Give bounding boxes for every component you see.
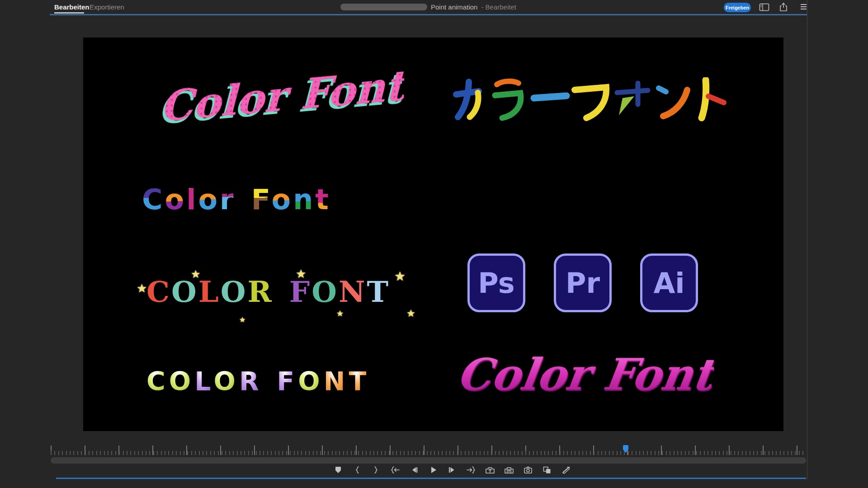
color-letter: O <box>169 366 194 396</box>
comparison-view-button[interactable] <box>541 465 553 475</box>
color-letter: o <box>272 183 293 216</box>
color-letter: L <box>194 366 213 396</box>
lift-button[interactable] <box>484 465 496 475</box>
tab-bearbeiten[interactable]: Bearbeiten <box>54 3 90 11</box>
color-letter: R <box>239 366 263 396</box>
photoshop-icon: Ps <box>467 253 525 312</box>
color-letter: L <box>198 275 221 309</box>
export-frame-button[interactable] <box>522 465 534 475</box>
star-icon: ★ <box>296 267 306 281</box>
play-button[interactable] <box>427 465 439 475</box>
color-letter: O <box>311 275 339 309</box>
color-letter: C <box>142 183 165 216</box>
sample-confetti-serif: COLOR FONT <box>146 275 390 309</box>
add-marker-button[interactable] <box>332 465 344 475</box>
sample-balloon-letters: COLOR FONT <box>146 366 370 396</box>
color-letter: T <box>349 366 370 396</box>
color-letter: F <box>251 183 272 216</box>
step-forward-button[interactable] <box>446 465 458 475</box>
star-icon: ★ <box>394 269 406 284</box>
color-letter: O <box>214 366 239 396</box>
color-letter: o <box>198 183 220 216</box>
time-ruler[interactable] <box>51 443 806 456</box>
document-title: Point animation <box>431 3 477 11</box>
color-letter: C <box>146 275 171 309</box>
color-letter: r <box>220 183 236 216</box>
panel-layout-icon[interactable] <box>759 3 769 13</box>
magenta-script-text: Color Font <box>453 349 717 400</box>
color-letter: T <box>367 275 391 309</box>
mark-in-button[interactable] <box>351 465 363 475</box>
illustrator-icon: Ai <box>640 253 698 312</box>
settings-wrench-icon[interactable] <box>560 465 572 475</box>
active-tab-underline <box>54 12 84 14</box>
workspace-divider-top <box>50 14 807 15</box>
star-icon: ★ <box>191 268 201 281</box>
document-title-group: Point animation - Bearbeitet <box>340 3 516 11</box>
sample-rounded-multicolor: Color Font <box>142 183 331 216</box>
sample-glossy-script-magenta: Color Font <box>465 336 705 413</box>
color-letter: N <box>324 366 349 396</box>
timeline-scrollbar[interactable] <box>51 457 806 464</box>
transport-controls <box>332 465 572 475</box>
star-icon: ★ <box>137 282 147 296</box>
star-icon: ★ <box>336 309 344 319</box>
star-icon: ★ <box>239 315 245 324</box>
color-letter: O <box>221 275 248 309</box>
header-bar: Bearbeiten Exportieren Point animation -… <box>50 0 807 14</box>
menu-icon[interactable] <box>800 3 807 12</box>
color-letter: C <box>146 366 169 396</box>
color-letter: o <box>165 183 187 216</box>
color-letter: N <box>339 275 367 309</box>
playhead[interactable] <box>622 445 629 455</box>
extract-button[interactable] <box>503 465 515 475</box>
color-font-script-text: Color Font <box>160 61 405 131</box>
katakana-strokes <box>452 77 743 122</box>
color-letter: t <box>315 183 331 216</box>
step-back-button[interactable] <box>408 465 420 475</box>
color-letter: R <box>247 275 273 309</box>
red-glitter-text: COLOR FONT <box>454 171 722 211</box>
workspace-divider-bottom <box>56 478 806 479</box>
color-letter: n <box>293 183 315 216</box>
program-monitor-canvas: Color Font <box>83 38 783 431</box>
window-right-border <box>807 0 807 479</box>
premiere-window: Bearbeiten Exportieren Point animation -… <box>0 0 868 488</box>
tab-exportieren[interactable]: Exportieren <box>90 3 124 11</box>
color-letter: O <box>298 366 323 396</box>
go-to-in-button[interactable] <box>389 465 401 475</box>
premiere-icon: Pr <box>554 253 612 312</box>
color-letter: F <box>277 366 298 396</box>
color-letter: l <box>186 183 198 216</box>
sample-red-glitter: COLOR FONT <box>454 171 722 211</box>
mark-out-button[interactable] <box>370 465 382 475</box>
sample-brush-script-pink: Color Font <box>151 53 413 139</box>
go-to-out-button[interactable] <box>465 465 477 475</box>
sample-adobe-app-icons: Ps Pr Ai <box>467 253 698 312</box>
star-icon: ★ <box>406 308 415 319</box>
document-status: - Bearbeitet <box>481 3 516 11</box>
share-export-icon[interactable] <box>778 2 788 14</box>
share-button[interactable]: Freigeben <box>724 3 751 12</box>
sample-katakana-color-font <box>452 77 743 122</box>
ruler-minor-ticks <box>51 451 806 455</box>
project-name-blurred <box>340 4 427 10</box>
